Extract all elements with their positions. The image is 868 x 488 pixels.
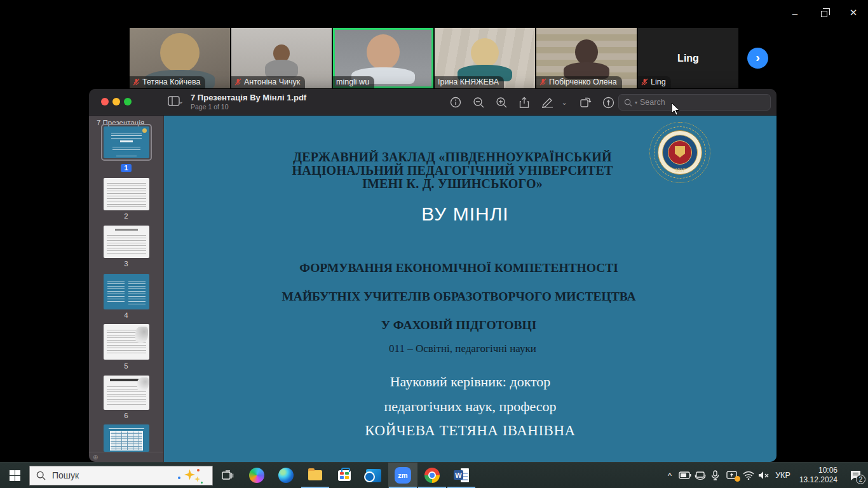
thumb-photo xyxy=(137,377,149,391)
wireless-display-button[interactable] xyxy=(693,463,708,488)
thumb-photo xyxy=(135,327,148,343)
zoom-out-icon xyxy=(473,97,485,109)
chrome-icon xyxy=(424,468,440,483)
share-button[interactable] xyxy=(516,94,532,111)
search-icon xyxy=(624,98,632,107)
notification-center-button[interactable]: 2 xyxy=(843,463,868,488)
zoom-in-button[interactable] xyxy=(493,94,510,111)
participant-video xyxy=(265,44,298,78)
thumbnail-page-2[interactable] xyxy=(104,178,149,210)
copilot-button[interactable] xyxy=(242,463,271,488)
rotate-icon xyxy=(580,97,592,108)
volume-muted-button[interactable] xyxy=(756,463,771,488)
search-highlights-sparkle-icon xyxy=(178,469,203,484)
participant-tile[interactable]: Антоніна Чичук xyxy=(231,28,332,88)
markup-pen-button[interactable] xyxy=(539,94,555,111)
time: 10:06 xyxy=(799,466,837,475)
chevron-right-icon: › xyxy=(756,50,760,65)
minimize-traffic-light[interactable] xyxy=(112,98,120,105)
chevron-down-icon: ⌄ xyxy=(178,97,184,105)
participant-tile[interactable]: Ірина КНЯЖЕВА xyxy=(435,28,535,88)
sidebar-toggle-button[interactable]: ⌄ xyxy=(168,96,184,106)
thumbnail-number: 5 xyxy=(89,362,163,370)
task-view-button[interactable] xyxy=(213,463,242,488)
pdf-page-slide-1[interactable]: 1817 ДЕРЖАВНИЙ ЗАКЛАД «ПІВДЕННОУКРАЇНСЬК… xyxy=(164,116,776,462)
zoom-app-icon: zm xyxy=(395,467,411,484)
microphone-icon xyxy=(711,470,719,480)
thumb-seal-icon xyxy=(142,128,147,133)
taskbar-search-box[interactable] xyxy=(29,466,213,485)
word-button[interactable]: W xyxy=(447,463,476,488)
screen-share-button[interactable] xyxy=(723,463,741,488)
edge-button[interactable] xyxy=(271,463,301,488)
thumbnail-number-selected: 1 xyxy=(121,164,131,172)
battery-button[interactable] xyxy=(677,463,693,488)
window-controls: – ✕ xyxy=(780,0,868,25)
windows-logo-icon xyxy=(10,470,20,481)
markup-dropdown-button[interactable]: ⌄ xyxy=(562,94,571,111)
thumbnail-page-6[interactable] xyxy=(104,376,149,410)
clock[interactable]: 10:06 13.12.2024 xyxy=(794,466,843,485)
supervisor-name-line: КОЙЧЕВА ТЕТЯНА ІВАНІВНА xyxy=(164,423,776,439)
restore-button[interactable] xyxy=(810,0,839,25)
wireless-display-icon xyxy=(695,471,706,480)
thumbnail-page-7[interactable] xyxy=(104,424,149,452)
microphone-button[interactable] xyxy=(708,463,723,488)
minimize-button[interactable]: – xyxy=(780,0,810,25)
start-button[interactable] xyxy=(0,463,29,488)
system-tray: ^ УКР 10:06 13.12.2024 2 xyxy=(662,463,868,488)
sidebar-bottom-icon[interactable]: ⊕ xyxy=(93,454,98,461)
preview-search-field[interactable]: ▾ xyxy=(618,94,771,111)
chrome-button[interactable] xyxy=(417,463,447,488)
mouse-cursor xyxy=(671,102,681,116)
close-traffic-light[interactable] xyxy=(101,98,109,105)
microsoft-store-button[interactable] xyxy=(330,463,359,488)
file-explorer-icon xyxy=(308,470,322,480)
supervisor-line: педагогічних наук, професор xyxy=(164,398,776,415)
participant-name-label: mingli wu xyxy=(333,76,374,88)
participant-tile-active-speaker[interactable]: mingli wu xyxy=(333,28,433,88)
outlook-button[interactable] xyxy=(359,463,388,488)
info-button[interactable] xyxy=(447,94,464,111)
outlook-icon xyxy=(366,469,381,482)
muted-mic-icon xyxy=(133,78,140,86)
thumbnail-number: 6 xyxy=(89,412,163,419)
thumbnail-page-3[interactable] xyxy=(104,226,149,258)
info-icon xyxy=(450,97,461,108)
rotate-button[interactable] xyxy=(577,94,593,111)
edge-icon xyxy=(278,468,294,483)
next-participants-button[interactable]: › xyxy=(747,48,768,69)
muted-mic-icon xyxy=(539,78,546,86)
zoom-out-button[interactable] xyxy=(470,94,487,111)
hidden-icons-button[interactable]: ^ xyxy=(662,463,677,488)
file-explorer-button[interactable] xyxy=(301,463,330,488)
participant-tile-no-video[interactable]: Ling Ling xyxy=(638,28,738,88)
muted-mic-icon xyxy=(641,78,648,86)
search-chevron-icon: ▾ xyxy=(635,100,637,105)
thumbnail-page-4[interactable] xyxy=(104,274,149,309)
pencil-icon xyxy=(541,97,554,108)
volume-muted-icon xyxy=(758,471,770,480)
institution-line: НАЦІОНАЛЬНИЙ ПЕДАГОГІЧНИЙ УНІВЕРСИТЕТ xyxy=(164,164,759,177)
thumbnail-page-5[interactable] xyxy=(104,324,149,360)
zoom-app-button-active[interactable]: zm xyxy=(388,463,417,488)
status-orange-dot xyxy=(735,476,740,482)
document-title: 7 Презентація Ву Мінлі 1.pdf xyxy=(191,93,306,102)
participant-tile[interactable]: Побірченко Олена xyxy=(536,28,637,88)
highlight-button[interactable] xyxy=(600,94,616,111)
page-indicator: Page 1 of 10 xyxy=(191,103,229,111)
microsoft-store-icon xyxy=(338,470,351,481)
participant-tile[interactable]: Тетяна Койчева xyxy=(130,28,230,88)
thesis-title-line: ФОРМУВАННЯ ЕКОНОМІЧНОЇ КОМПЕТЕНТНОСТІ xyxy=(164,261,765,275)
taskbar-search-input[interactable] xyxy=(52,470,147,480)
wifi-button[interactable] xyxy=(741,463,756,488)
search-input[interactable] xyxy=(640,98,748,107)
close-button[interactable]: ✕ xyxy=(839,0,868,25)
participant-name-label: Ling xyxy=(638,76,671,88)
zoom-video-strip: Тетяна Койчева Антоніна Чичук mingli wu … xyxy=(130,28,738,88)
wifi-icon xyxy=(743,471,754,480)
language-indicator[interactable]: УКР xyxy=(771,471,794,480)
thumbnail-page-1-selected[interactable] xyxy=(101,124,152,161)
zoom-traffic-light[interactable] xyxy=(124,98,132,105)
copilot-icon xyxy=(249,468,264,483)
